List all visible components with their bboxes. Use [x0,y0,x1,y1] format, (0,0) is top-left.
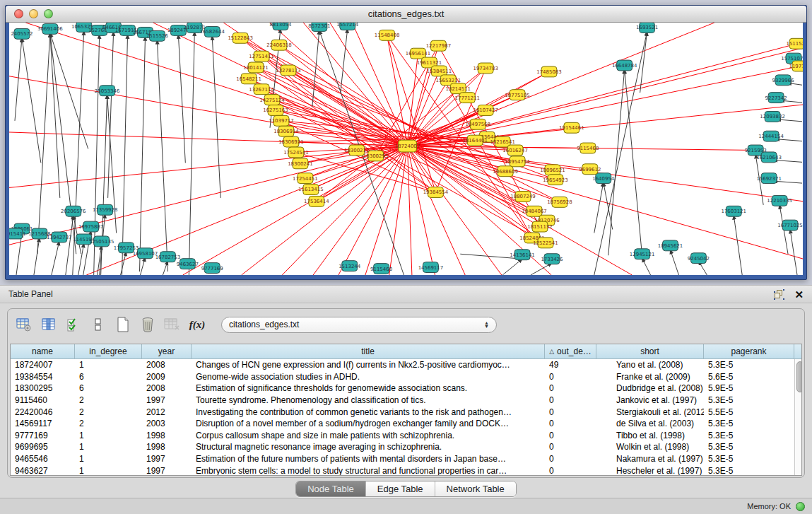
network-node[interactable]: 12945121 [630,249,654,259]
cell-in_degree[interactable]: 2 [75,407,142,417]
cell-year[interactable]: 2003 [142,419,192,428]
network-node[interactable]: 19654923 [543,175,567,185]
red-edge[interactable] [242,146,408,275]
column-header-pagerank[interactable]: pagerank [704,344,794,358]
cell-name[interactable]: 9115460 [11,395,75,405]
black-edge[interactable] [790,230,797,275]
column-header-in_degree[interactable]: in_degree [75,344,142,358]
network-node[interactable]: 9115460 [370,264,392,274]
cell-title[interactable]: Genome-wide association studies in ADHD. [192,372,545,382]
minimize-window-icon[interactable] [29,9,38,18]
black-edge[interactable] [78,243,84,275]
cell-in_degree[interactable]: 1 [75,442,142,452]
network-node[interactable]: 1733426 [541,254,563,264]
cell-in_degree[interactable]: 1 [75,454,142,464]
column-header-short[interactable]: short [596,344,704,358]
red-edge[interactable] [407,66,800,146]
network-node[interactable]: 18724007 [395,140,420,152]
network-node[interactable]: 12217987 [426,40,451,51]
black-edge[interactable] [502,259,522,275]
table-row[interactable]: 1456911722003Disruption of a novel membe… [11,418,794,430]
black-edge[interactable] [212,36,220,198]
network-node[interactable]: 9115468 [577,143,599,153]
network-node[interactable]: 17359928 [93,204,117,215]
cell-title[interactable]: Tourette syndrome. Phenomenology and cla… [192,395,545,405]
table-row[interactable]: 946362711997Embryonic stem cells: a mode… [11,465,794,476]
cell-pagerank[interactable]: 5.5E-5 [704,407,794,417]
cell-out_de[interactable]: 0 [545,466,596,476]
cell-name[interactable]: 22420046 [11,407,75,417]
network-node[interactable]: 15692371 [756,173,781,184]
table-row[interactable]: 946554611997Estimation of the future num… [11,453,794,465]
cell-name[interactable]: 9463627 [11,466,75,476]
cell-pagerank[interactable]: 5.3E-5 [704,419,794,428]
cell-title[interactable]: Structural magnetic resonance image aver… [192,442,545,452]
network-node[interactable]: 12751411 [249,51,273,62]
cell-pagerank[interactable]: 5.3E-5 [704,466,794,476]
network-node[interactable]: 18954754 [505,156,530,167]
delete-column-button[interactable] [139,315,157,334]
red-edge[interactable] [389,146,408,275]
network-node[interactable]: 9245042 [688,253,710,264]
table-row[interactable]: 2242004622012Investigating the contribut… [11,406,794,418]
cell-pagerank[interactable]: 5.3E-5 [704,442,794,452]
cell-in_degree[interactable]: 1 [75,466,142,476]
cell-year[interactable]: 1998 [142,431,192,440]
cell-short[interactable]: Nakamura et al. (1997) [596,454,704,464]
network-node[interactable]: 18497568 [465,119,490,129]
cell-pagerank[interactable]: 5.9E-5 [704,383,794,393]
tab-edge-table[interactable]: Edge Table [366,481,435,496]
column-header-out_de[interactable]: △out_de… [545,344,596,358]
cell-out_de[interactable]: 0 [545,395,596,405]
black-edge[interactable] [341,29,348,93]
black-edge[interactable] [15,38,22,121]
network-node[interactable]: 16648784 [612,60,637,71]
cell-name[interactable]: 9777169 [11,431,75,440]
network-node[interactable]: 17524541 [283,147,308,158]
network-node[interactable]: 15122843 [228,33,252,43]
cell-out_de[interactable]: 0 [545,419,596,428]
vertical-scrollbar[interactable] [794,359,802,476]
cell-year[interactable]: 1997 [142,395,192,405]
cell-year[interactable]: 2009 [142,372,192,382]
black-edge[interactable] [312,30,319,107]
black-edge[interactable] [52,241,59,275]
close-icon[interactable]: ✕ [794,289,804,300]
network-node[interactable]: 14275124 [259,95,285,105]
black-edge[interactable] [50,33,76,254]
network-node[interactable]: 10688609 [493,166,517,177]
black-edge[interactable] [22,38,41,163]
cell-in_degree[interactable]: 6 [75,383,142,393]
table-row[interactable]: 969969511998Structural magnetic resonanc… [11,441,794,453]
network-node[interactable]: 9329966 [772,75,794,86]
cell-in_degree[interactable]: 1 [75,431,142,440]
network-node[interactable]: 20206576 [61,206,86,216]
black-edge[interactable] [37,33,50,254]
cell-short[interactable]: Hescheler et al. (1997) [596,466,704,476]
black-edge[interactable] [594,182,604,233]
black-edge[interactable] [157,40,167,271]
cell-title[interactable]: Disruption of a novel member of a sodium… [192,419,545,428]
red-edge[interactable] [9,76,407,146]
network-node[interactable]: 16782753 [155,252,180,262]
black-edge[interactable] [140,37,146,271]
network-node[interactable]: 18756928 [547,197,572,207]
float-window-icon[interactable] [774,289,784,300]
cell-year[interactable]: 1998 [142,442,192,452]
black-edge[interactable] [178,35,185,163]
cell-short[interactable]: Dudbridge et al. (2008) [596,383,704,393]
network-node[interactable]: 16771025 [777,220,802,230]
table-mode-button[interactable] [15,315,33,334]
network-node[interactable]: 17485083 [536,66,561,77]
cell-title[interactable]: Estimation of significance thresholds fo… [192,383,545,393]
network-node[interactable]: 18096521 [540,165,565,175]
network-node[interactable]: 19734783 [473,63,498,74]
tab-node-table[interactable]: Node Table [296,481,366,496]
network-node[interactable]: 9777169 [201,263,223,274]
black-edge[interactable] [121,252,126,275]
black-edge[interactable] [604,182,613,229]
table-selector-dropdown[interactable]: citations_edges.txt ▲▼ [221,317,497,333]
cell-short[interactable]: Jankovic et al. (1997) [596,395,704,405]
red-edge[interactable] [407,146,803,259]
table-row[interactable]: 977716911998Corpus callosum shape and si… [11,430,794,442]
